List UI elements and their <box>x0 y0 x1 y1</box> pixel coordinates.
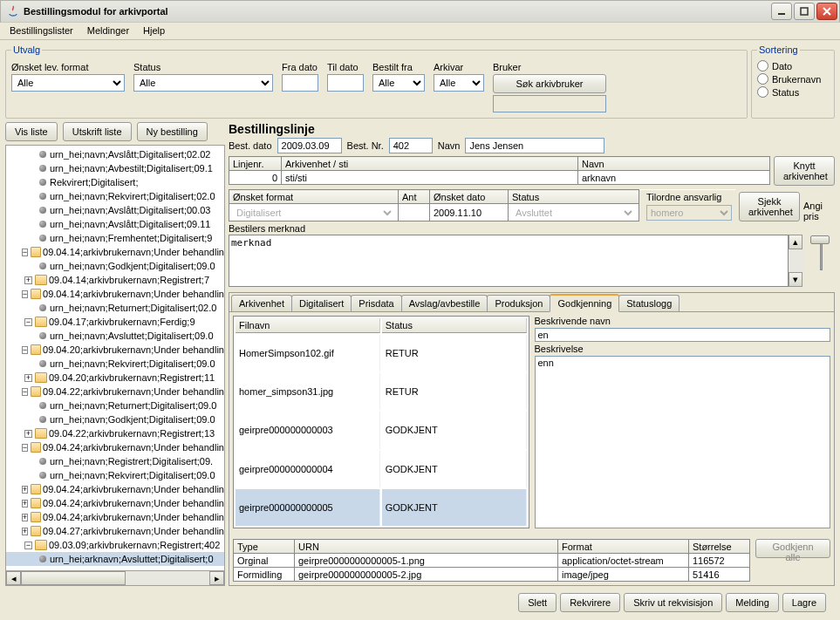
sjekk-arkivenhet-button[interactable]: Sjekk arkivenhet <box>739 192 800 221</box>
best-dato-input[interactable] <box>277 138 342 153</box>
cell-onsket-format[interactable]: Digitalisert <box>229 204 399 221</box>
cell-navn[interactable]: arknavn <box>578 171 770 185</box>
tree-node[interactable]: urn_hei;navn;Rekvirert;Digitalisert;09.0 <box>6 357 224 371</box>
vis-liste-button[interactable]: Vis liste <box>5 122 58 141</box>
tree-node[interactable]: −09.04.14;arkivbrukernavn;Under behandli… <box>6 245 224 259</box>
minimize-button[interactable] <box>771 3 792 20</box>
format-select[interactable]: Alle <box>11 74 125 92</box>
menu-hjelp[interactable]: Hjelp <box>136 23 172 39</box>
tree-node[interactable]: −09.03.09;arkivbrukernavn;Registrert;402 <box>6 538 224 552</box>
tree-node[interactable]: +09.04.27;arkivbrukernavn;Under behandli… <box>6 524 224 538</box>
scroll-thumb[interactable] <box>21 571 126 585</box>
tree-node[interactable]: +09.04.22;arkivbrukernavn;Registrert;13 <box>6 426 224 440</box>
ny-bestilling-button[interactable]: Ny bestilling <box>137 122 208 141</box>
file-row[interactable]: geirpre000000000005GODKJENT <box>236 489 527 526</box>
tab-godkjenning[interactable]: Godkjenning <box>550 294 619 312</box>
cell-linjenr[interactable]: 0 <box>229 171 282 185</box>
scroll-left-icon[interactable]: ◂ <box>6 571 21 585</box>
tree-node[interactable]: urn_hei;navn;Returnert;Digitalisert;02.0 <box>6 301 224 315</box>
tab-produksjon[interactable]: Produksjon <box>487 295 550 311</box>
tree-node[interactable]: urn_hei;navn;Avslått;Digitalisert;02.02 <box>6 147 224 161</box>
tree-node[interactable]: urn_hei;navn;Avslått;Digitalisert;09.11 <box>6 217 224 231</box>
merknad-textarea[interactable]: merknad <box>229 235 789 287</box>
beskrivelse-textarea[interactable]: enn <box>535 356 831 528</box>
tree-scroll[interactable]: urn_hei;navn;Avslått;Digitalisert;02.02u… <box>6 146 224 585</box>
tree-node[interactable]: +09.04.24;arkivbrukernavn;Under behandli… <box>6 510 224 524</box>
beskrivende-navn-input[interactable] <box>535 328 831 342</box>
tree-node[interactable]: urn_hei;arknavn;Avsluttet;Digitalisert;0 <box>6 552 224 566</box>
tree-node[interactable]: urn_hei;navn;Rekvirert;Digitalisert;09.0 <box>6 468 224 482</box>
col-format: Format <box>558 540 689 554</box>
tab-prisdata[interactable]: Prisdata <box>351 295 401 311</box>
fra-dato-input[interactable] <box>282 74 318 92</box>
tree-node[interactable]: urn_hei;navn;Fremhentet;Digitalisert;9 <box>6 231 224 245</box>
scroll-right-icon[interactable]: ▸ <box>209 571 224 585</box>
tree-node[interactable]: urn_hei;navn;Registrert;Digitalisert;09. <box>6 454 224 468</box>
tree-node[interactable]: +09.04.24;arkivbrukernavn;Under behandli… <box>6 482 224 496</box>
file-row[interactable]: geirpre000000000003GODKJENT <box>236 412 527 448</box>
maximize-button[interactable] <box>794 3 815 20</box>
close-button[interactable] <box>816 3 837 20</box>
utskrift-liste-button[interactable]: Utskrift liste <box>63 122 132 141</box>
tree-node[interactable]: +09.04.14;arkivbrukernavn;Registrert;7 <box>6 273 224 287</box>
type-row[interactable]: Formidlinggeirpre0000000000005-2.jpgimag… <box>234 568 750 582</box>
best-nr-input[interactable] <box>389 138 433 153</box>
tree-node[interactable]: urn_hei;navn;Avslått;Digitalisert;00.03 <box>6 203 224 217</box>
scroll-down-icon[interactable]: ▾ <box>789 272 802 287</box>
tree-node[interactable]: urn_hei;navn;Godkjent;Digitalisert;09.0 <box>6 259 224 273</box>
cell-onsket-dato[interactable]: 2009.11.10 <box>430 204 509 221</box>
tab-arkivenhet[interactable]: Arkivenhet <box>231 295 292 311</box>
tree-node[interactable]: −09.04.22;arkivbrukernavn;Under behandli… <box>6 385 224 399</box>
tree-node[interactable]: −09.04.20;arkivbrukernavn;Under behandli… <box>6 343 224 357</box>
file-row[interactable]: geirpre000000000004GODKJENT <box>236 451 527 487</box>
tab-avslag/avbestille[interactable]: Avslag/avbestille <box>401 295 488 311</box>
menu-bestillingslister[interactable]: Bestillingslister <box>3 23 80 39</box>
type-row[interactable]: Orginalgeirpre0000000000005-1.pngapplica… <box>234 554 750 568</box>
menu-meldinger[interactable]: Meldinger <box>80 23 136 39</box>
tree-node[interactable]: urn_hei;navn;Godkjent;Digitalisert;09.0 <box>6 412 224 426</box>
navn-input[interactable] <box>465 138 604 153</box>
col-navn: Navn <box>578 157 770 171</box>
melding-button[interactable]: Melding <box>726 593 779 612</box>
tree-node[interactable]: urn_hei;navn;Rekvirert;Digitalisert;02.0 <box>6 189 224 203</box>
bruker-display <box>493 95 606 112</box>
tree-node[interactable]: Rekvirert;Digitalisert; <box>6 175 224 189</box>
tree-node[interactable]: −09.04.24;arkivbrukernavn;Under behandli… <box>6 440 224 454</box>
sort-brukernavn[interactable]: Brukernavn <box>757 73 829 85</box>
tree-node[interactable]: −09.04.14;arkivbrukernavn;Under behandli… <box>6 287 224 301</box>
scroll-up-icon[interactable]: ▴ <box>789 235 802 249</box>
tab-statuslogg[interactable]: Statuslogg <box>618 295 680 311</box>
tree-hscroll[interactable]: ◂ ▸ <box>6 570 224 585</box>
slett-button[interactable]: Slett <box>518 593 557 612</box>
tilordne-select[interactable]: homero <box>646 205 732 221</box>
arkivar-select[interactable]: Alle <box>434 74 484 92</box>
bestilt-label: Bestilt fra <box>372 62 425 72</box>
status-select[interactable]: Alle <box>133 74 273 92</box>
tree-node[interactable]: +09.04.20;arkivbrukernavn;Registrert;11 <box>6 371 224 385</box>
til-dato-input[interactable] <box>327 74 364 92</box>
cell-sti[interactable]: sti/sti <box>282 171 578 185</box>
file-row[interactable]: homer_simpson31.jpgRETUR <box>236 373 527 410</box>
tree-node[interactable]: urn_hei;navn;Avsluttet;Digitalisert;09.0 <box>6 329 224 343</box>
rekvirere-button[interactable]: Rekvirere <box>560 593 620 612</box>
cell-ant[interactable] <box>399 204 430 221</box>
merknad-vscroll[interactable]: ▴ ▾ <box>789 235 803 287</box>
sort-dato[interactable]: Dato <box>757 60 829 72</box>
tab-digitalisert[interactable]: Digitalisert <box>291 295 352 311</box>
tree-node[interactable]: urn_hei;navn;Avbestilt;Digitalisert;09.1 <box>6 161 224 175</box>
godkjenn-alle-button[interactable]: Godkjenn alle <box>755 539 830 558</box>
pris-slider[interactable] <box>807 223 835 287</box>
window-title: Bestillingsmodul for arkivportal <box>24 6 769 17</box>
bestilt-select[interactable]: Alle <box>372 74 425 92</box>
skriv-ut-button[interactable]: Skriv ut rekvisisjon <box>624 593 722 612</box>
tree-node[interactable]: +09.04.24;arkivbrukernavn;Under behandli… <box>6 496 224 510</box>
files-table[interactable]: Filnavn Status HomerSimpson102.gifRETURh… <box>233 316 529 528</box>
sort-status[interactable]: Status <box>757 86 829 98</box>
sok-arkivbruker-button[interactable]: Søk arkivbruker <box>493 74 606 93</box>
tree-node[interactable]: −09.04.17;arkivbrukernavn;Ferdig;9 <box>6 315 224 329</box>
lagre-button[interactable]: Lagre <box>782 593 826 612</box>
file-row[interactable]: HomerSimpson102.gifRETUR <box>236 335 527 371</box>
knytt-arkivenhet-button[interactable]: Knytt arkivenhet <box>774 156 835 186</box>
tree-node[interactable]: urn_hei;navn;Returnert;Digitalisert;09.0 <box>6 399 224 412</box>
cell-onsket-status[interactable]: Avsluttet <box>509 204 639 221</box>
